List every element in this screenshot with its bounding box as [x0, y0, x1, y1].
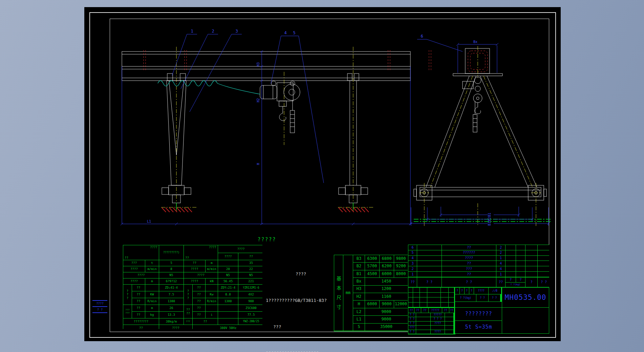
- revision-empty-cell: [408, 293, 413, 297]
- dims-value: 8000: [394, 270, 408, 277]
- spec-cell: R/min: [145, 298, 159, 305]
- revision-rows: ? ??????? ?? ? ?? ????????? ?????: [408, 313, 455, 334]
- cad-viewer-page: L1 H3 H2 H 1 2 3 4 5: [0, 0, 644, 352]
- bom-header: ?? ? ? ? ? ?? ? ? ? ?(kg) ? ? ?: [408, 277, 549, 288]
- revision-cell: [416, 326, 430, 329]
- revision-empty-cell: [427, 293, 441, 297]
- spec-cell: 908: [238, 298, 264, 305]
- bom-cell: [506, 272, 516, 277]
- revision-empty-cell: [413, 293, 420, 297]
- blank-cell: [455, 302, 502, 308]
- spec-cell: ????: [123, 266, 145, 272]
- bom-cell: [516, 256, 525, 261]
- spec-cell: [206, 305, 218, 311]
- dims-value: 6000: [365, 301, 379, 308]
- spec-cell: ????????: [123, 318, 159, 325]
- spec-cell: ?????????): [159, 245, 184, 260]
- spec-cell: ????: [218, 245, 264, 253]
- bom-cell: [417, 261, 442, 266]
- spec-cell: ?? ??: [184, 305, 192, 318]
- dims-value: 6000: [380, 270, 394, 277]
- revision-empty-cell: [408, 288, 413, 292]
- spec-diagonal-cell: ??????: [123, 245, 159, 260]
- spec-diagonal-cell: ??????: [184, 245, 218, 260]
- stage-mark-row: ????????∕∕B: [455, 287, 502, 295]
- dims-unit: mm: [343, 255, 353, 331]
- spec-cell: YWZ-200/25: [238, 318, 264, 325]
- spec-cell: 35: [238, 260, 264, 266]
- revision-grid: [408, 287, 455, 308]
- revision-cell: ? ?: [408, 330, 416, 334]
- stage-cell: ?: [460, 288, 464, 294]
- bom-qty: 1: [496, 272, 505, 277]
- bom-cell: [538, 266, 550, 271]
- dims-vertical-label: 基本尺寸: [334, 255, 343, 331]
- bom-cell: [525, 272, 537, 277]
- spec-cell: ????: [123, 272, 159, 278]
- revision-header-cell: ??: [414, 308, 421, 313]
- bom-cell: [525, 245, 537, 250]
- note-line: ????: [266, 270, 340, 278]
- spec-cell: kg: [145, 312, 159, 318]
- revision-cell: ? ? ?: [431, 317, 445, 321]
- drawing-number-cell: MH0535.00: [502, 287, 549, 308]
- revision-empty-cell: [449, 293, 454, 297]
- revision-cell: ? ?: [408, 313, 416, 317]
- bom-header-no: ??: [408, 277, 417, 287]
- bom-header-material: ?: [525, 277, 537, 287]
- revision-empty-cell: [413, 288, 420, 292]
- note-line: 2???????????????????: [266, 349, 340, 352]
- revision-cell: ? ?: [408, 317, 416, 321]
- revision-cell: [416, 330, 430, 334]
- technical-notes: ???? 1??????????GB/T3811-83? ??? 2??????…: [266, 252, 340, 352]
- spec-cell: ? ? ?: [184, 285, 192, 305]
- bom-cell: [417, 250, 442, 255]
- spec-cell: m: [206, 260, 218, 266]
- spec-cell: 0.8: [218, 291, 238, 298]
- stage-cell: ?: [465, 288, 469, 294]
- dims-name: B1: [353, 270, 365, 277]
- dims-value: 9800: [394, 255, 408, 262]
- revision-empty-cell: [413, 303, 420, 307]
- spec-cell: ??: [193, 291, 205, 298]
- revision-cell: ?????: [431, 313, 445, 317]
- spec-cell: m/min: [206, 266, 218, 272]
- bom-qty: 4: [496, 261, 505, 266]
- bom-cell: [506, 245, 516, 250]
- spec-cell: YZR132M1-6: [238, 285, 264, 291]
- spec-cell: [218, 260, 238, 266]
- dims-name: S: [353, 324, 365, 331]
- revision-header-cell: ??: [408, 308, 414, 313]
- product-name-cell: ???????? 5t S=35m: [455, 307, 502, 334]
- bom-no: 5: [408, 250, 417, 255]
- spec-cell: 6?9?12: [159, 278, 184, 284]
- bom-name: ????: [442, 256, 496, 261]
- spec-cell: [218, 305, 238, 311]
- spec-cell: ??: [238, 253, 264, 260]
- revision-empty-cell: [427, 288, 441, 292]
- bom-header-qty: ??: [496, 277, 505, 287]
- stage-cell: ?: [469, 288, 474, 294]
- weight-row: ? ?(kg) ? ? ? ?: [455, 294, 502, 302]
- spec-cell: 22: [238, 266, 264, 272]
- spec-cell: [218, 312, 238, 318]
- bom-no: 1: [408, 272, 417, 277]
- dims-value: 6800: [380, 255, 394, 262]
- spec-cell: ??: [132, 285, 145, 291]
- bom-header-w2: ?: [516, 277, 525, 282]
- dims-value: 1200: [365, 286, 408, 293]
- dims-name: L2: [353, 308, 365, 315]
- bom-cell: [538, 256, 550, 261]
- spec-cell: ??: [193, 305, 205, 311]
- bom-qty: 4: [496, 266, 505, 271]
- bom-cell: [516, 261, 525, 266]
- bom-table: 6??25??????24????13??42???41??1: [408, 245, 549, 278]
- weight-value: ? ?: [476, 294, 488, 302]
- bom-cell: [417, 272, 442, 277]
- spec-cell: ??: [132, 298, 145, 305]
- dims-name: H: [353, 301, 365, 308]
- revision-empty-cell: [441, 297, 448, 302]
- dims-value: 6300: [365, 255, 379, 262]
- dims-value: 9000: [365, 316, 408, 323]
- stage-cell: ∕∕B: [489, 288, 501, 294]
